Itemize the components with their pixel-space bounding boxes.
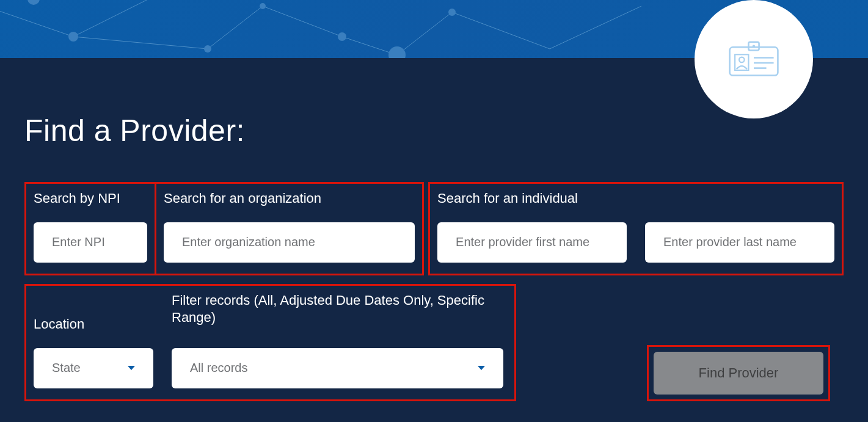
svg-line-4 (263, 6, 342, 37)
filter-records-select[interactable]: All records (172, 348, 503, 388)
id-card-icon (726, 41, 781, 78)
search-row-2: Location State Filter records (All, Adju… (24, 284, 844, 401)
column-location: Location State (34, 292, 153, 388)
svg-point-14 (448, 9, 456, 16)
svg-line-2 (73, 37, 208, 49)
state-select-value: State (52, 361, 81, 375)
group-search-organization: Search for an organization (155, 182, 424, 275)
svg-rect-16 (730, 47, 778, 75)
chevron-down-icon (478, 366, 485, 370)
svg-point-13 (388, 46, 406, 58)
svg-point-11 (260, 3, 266, 9)
svg-line-5 (342, 37, 397, 55)
svg-point-9 (68, 32, 78, 42)
filter-records-value: All records (190, 361, 247, 375)
svg-point-18 (753, 45, 755, 47)
svg-line-7 (452, 12, 550, 49)
svg-line-0 (0, 9, 73, 37)
badge-circle (695, 0, 813, 118)
column-filter: Filter records (All, Adjusted Due Dates … (172, 292, 503, 388)
find-provider-button[interactable]: Find Provider (654, 352, 823, 395)
group-search-individual: Search for an individual (428, 182, 844, 275)
search-row-1: Search by NPI Search for an organization… (24, 182, 844, 275)
label-location: Location (34, 292, 153, 333)
svg-line-8 (550, 6, 641, 49)
state-select[interactable]: State (34, 348, 153, 388)
npi-input[interactable] (34, 222, 147, 263)
label-individual: Search for an individual (437, 190, 834, 208)
hero-banner (0, 0, 868, 58)
page-title: Find a Provider: (24, 113, 844, 148)
label-filter: Filter records (All, Adjusted Due Dates … (172, 292, 503, 333)
provider-last-name-input[interactable] (645, 222, 834, 263)
svg-point-15 (27, 0, 40, 5)
group-search-npi: Search by NPI (24, 182, 156, 275)
svg-point-20 (739, 57, 745, 63)
svg-point-12 (338, 32, 346, 41)
chevron-down-icon (128, 366, 135, 370)
svg-line-3 (208, 6, 263, 49)
organization-name-input[interactable] (164, 222, 415, 263)
svg-line-6 (397, 12, 452, 55)
svg-line-1 (73, 0, 159, 37)
svg-point-10 (204, 45, 211, 53)
label-organization: Search for an organization (164, 190, 415, 208)
provider-first-name-input[interactable] (437, 222, 627, 263)
group-location-filter: Location State Filter records (All, Adju… (24, 284, 516, 401)
search-panel: Find a Provider: Search by NPI Search fo… (0, 113, 868, 401)
label-npi: Search by NPI (34, 190, 147, 208)
find-provider-wrap: Find Provider (647, 345, 830, 401)
